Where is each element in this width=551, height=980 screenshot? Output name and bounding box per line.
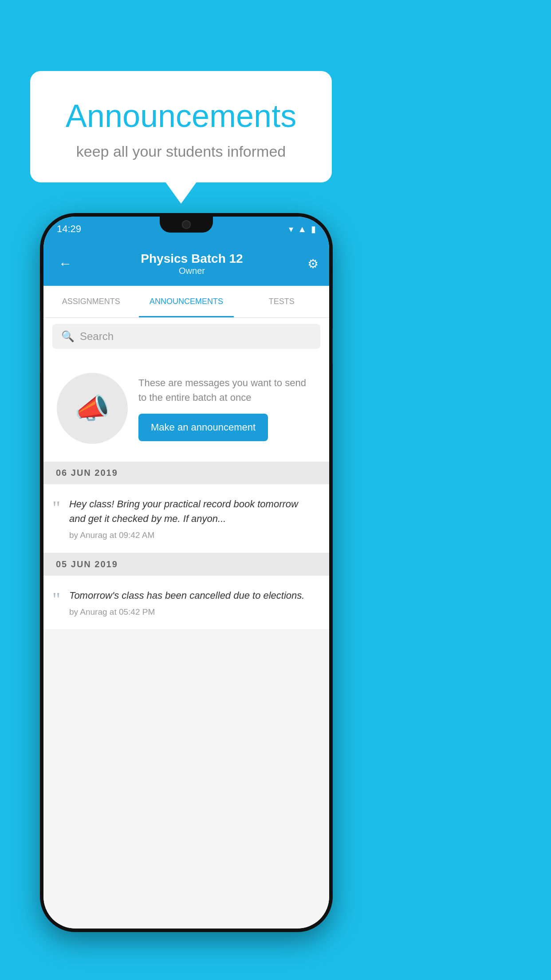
user-role: Owner xyxy=(76,266,307,276)
volume-up-button xyxy=(40,311,41,337)
tab-assignments[interactable]: ASSIGNMENTS xyxy=(43,286,139,317)
announcement-meta-1: by Anurag at 09:42 AM xyxy=(69,530,317,540)
megaphone-icon: 📣 xyxy=(75,392,110,425)
settings-icon[interactable]: ⚙ xyxy=(307,257,319,271)
announcement-item-1[interactable]: " Hey class! Bring your practical record… xyxy=(43,484,329,553)
search-bar[interactable]: 🔍 Search xyxy=(52,324,320,349)
speech-bubble: Announcements keep all your students inf… xyxy=(30,71,332,182)
promo-description: These are messages you want to send to t… xyxy=(138,375,316,405)
date-divider-1: 06 JUN 2019 xyxy=(43,462,329,484)
battery-icon: ▮ xyxy=(311,224,316,234)
speech-bubble-title: Announcements xyxy=(52,98,310,134)
content-area: 🔍 Search 📣 These are messages you want t… xyxy=(43,318,329,929)
status-bar: 14:29 ▾ ▲ ▮ xyxy=(43,217,329,241)
tab-announcements[interactable]: ANNOUNCEMENTS xyxy=(139,286,234,317)
status-bar-time: 14:29 xyxy=(57,223,81,235)
announcement-text-1: Hey class! Bring your practical record b… xyxy=(69,497,317,526)
tab-tests[interactable]: TESTS xyxy=(234,286,329,317)
phone-screen: 14:29 ▾ ▲ ▮ ← Physics Batch 12 Owner xyxy=(43,217,329,929)
search-bar-container: 🔍 Search xyxy=(43,318,329,355)
wifi-icon: ▾ xyxy=(289,224,293,234)
app-bar: ← Physics Batch 12 Owner ⚙ xyxy=(43,241,329,286)
announcement-content-1: Hey class! Bring your practical record b… xyxy=(69,497,317,540)
phone-frame: 14:29 ▾ ▲ ▮ ← Physics Batch 12 Owner xyxy=(40,213,333,932)
announcement-text-2: Tomorrow's class has been cancelled due … xyxy=(69,588,317,603)
announcement-content-2: Tomorrow's class has been cancelled due … xyxy=(69,588,317,617)
quote-icon-2: " xyxy=(52,590,60,609)
tabs-bar: ASSIGNMENTS ANNOUNCEMENTS TESTS xyxy=(43,286,329,318)
search-placeholder: Search xyxy=(80,330,114,343)
promo-icon-circle: 📣 xyxy=(57,373,128,444)
date-divider-2: 05 JUN 2019 xyxy=(43,553,329,576)
quote-icon-1: " xyxy=(52,498,60,518)
speech-bubble-subtitle: keep all your students informed xyxy=(52,143,310,160)
batch-title: Physics Batch 12 xyxy=(76,252,307,266)
notch xyxy=(160,217,213,233)
back-button[interactable]: ← xyxy=(54,252,76,276)
status-bar-icons: ▾ ▲ ▮ xyxy=(289,224,316,234)
make-announcement-button[interactable]: Make an announcement xyxy=(138,414,268,441)
power-button xyxy=(332,328,333,364)
volume-down-button xyxy=(40,346,41,373)
announcement-meta-2: by Anurag at 05:42 PM xyxy=(69,607,317,617)
announcement-item-2[interactable]: " Tomorrow's class has been cancelled du… xyxy=(43,576,329,630)
promo-content: These are messages you want to send to t… xyxy=(138,375,316,441)
screen-content: ← Physics Batch 12 Owner ⚙ ASSIGNMENTS A… xyxy=(43,241,329,929)
speech-bubble-container: Announcements keep all your students inf… xyxy=(30,71,332,182)
signal-icon: ▲ xyxy=(298,224,307,234)
app-bar-title-area: Physics Batch 12 Owner xyxy=(76,252,307,276)
front-camera xyxy=(182,220,191,229)
phone-inner: 14:29 ▾ ▲ ▮ ← Physics Batch 12 Owner xyxy=(43,217,329,929)
promo-card: 📣 These are messages you want to send to… xyxy=(43,355,329,462)
search-icon: 🔍 xyxy=(61,330,75,343)
